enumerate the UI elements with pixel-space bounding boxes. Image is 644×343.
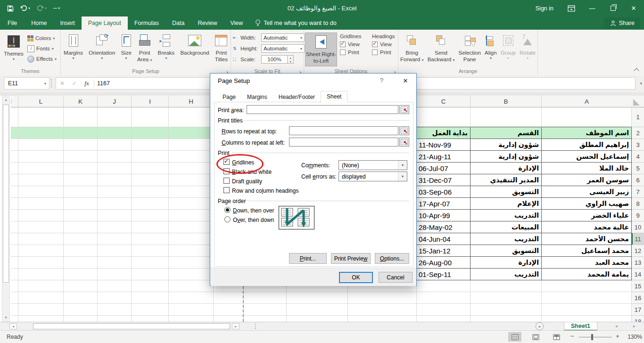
draft-quality-checkbox[interactable] — [223, 178, 230, 184]
cell-J15[interactable] — [97, 280, 131, 292]
row-header-8[interactable]: 8 — [632, 198, 644, 210]
cell-A5[interactable]: خالد الملا — [541, 163, 632, 174]
row-header-18[interactable]: 18 — [632, 316, 644, 322]
gridlines-print-checkbox[interactable]: Print — [340, 49, 359, 55]
print-area-button[interactable]: Print Area ▾ — [137, 32, 152, 63]
cols-repeat-input[interactable] — [289, 138, 398, 147]
headings-print-checkbox[interactable]: Print — [372, 49, 391, 55]
cell-M6[interactable] — [11, 174, 18, 186]
cell-D18[interactable] — [347, 316, 416, 322]
sheet-tab-sheet1[interactable]: Sheet1 — [564, 322, 597, 331]
row-header-1[interactable]: 1 — [632, 107, 644, 127]
cell-C12[interactable]: 15-Jan-12 — [416, 245, 470, 257]
tab-file[interactable]: File — [0, 16, 25, 30]
column-header-C[interactable]: C — [416, 96, 470, 107]
cell-C7[interactable]: 03-Sep-06 — [416, 186, 470, 198]
cell-K7[interactable] — [63, 186, 97, 198]
cell-B6[interactable]: المدير التنفيذي — [470, 174, 541, 186]
cell-H12[interactable] — [168, 245, 213, 257]
share-button[interactable]: Share — [604, 17, 640, 29]
select-all-corner[interactable] — [632, 96, 644, 107]
cell-E16[interactable] — [286, 292, 347, 304]
cell-K10[interactable] — [63, 221, 97, 233]
collapse-ribbon-button[interactable] — [634, 68, 639, 73]
cell-C8[interactable]: 17-Apr-07 — [416, 198, 470, 210]
cell-B15[interactable] — [470, 280, 541, 292]
tab-home[interactable]: Home — [25, 16, 53, 30]
cell-B2[interactable]: القسم — [470, 127, 541, 139]
sheet-nav-left-icon[interactable]: ◂ — [615, 324, 618, 328]
cell-K13[interactable] — [63, 257, 97, 269]
gridlines-view-checkbox[interactable]: View — [340, 41, 360, 47]
cell-J16[interactable] — [97, 292, 131, 304]
cell-I2[interactable] — [131, 127, 168, 139]
cell-L9[interactable] — [18, 210, 63, 221]
cell-L13[interactable] — [18, 257, 63, 269]
cell-K6[interactable] — [63, 174, 97, 186]
spin-down-icon[interactable]: ▾ — [288, 59, 293, 63]
cell-L2[interactable] — [18, 127, 63, 139]
column-header-A[interactable]: A — [541, 96, 632, 107]
cell-K18[interactable] — [63, 316, 97, 322]
over-then-down-radio[interactable] — [224, 216, 231, 222]
cell-B8[interactable]: الإعلام — [470, 198, 541, 210]
horizontal-scroll-thumb[interactable] — [33, 323, 230, 329]
column-header-J[interactable]: J — [97, 96, 131, 107]
rows-repeat-range-picker[interactable] — [399, 126, 409, 135]
row-header-10[interactable]: 10 — [632, 221, 644, 233]
tab-data[interactable]: Data — [165, 16, 191, 30]
cell-L7[interactable] — [18, 186, 63, 198]
cell-J18[interactable] — [97, 316, 131, 322]
cell-C1[interactable] — [416, 107, 470, 127]
cell-H6[interactable] — [168, 174, 213, 186]
cell-I15[interactable] — [131, 280, 168, 292]
cell-L18[interactable] — [18, 316, 63, 322]
cell-A10[interactable]: غالية محمد — [541, 221, 632, 233]
cell-F17[interactable] — [243, 304, 286, 316]
cell-B17[interactable] — [470, 304, 541, 316]
print-preview-button[interactable]: Print Preview — [331, 253, 371, 264]
cell-G18[interactable] — [213, 316, 243, 322]
cell-C15[interactable] — [416, 280, 470, 292]
cell-I7[interactable] — [131, 186, 168, 198]
print-area-input[interactable] — [247, 105, 398, 114]
row-header-9[interactable]: 9 — [632, 210, 644, 221]
ok-button[interactable]: OK — [339, 272, 373, 283]
zoom-level[interactable]: 130% — [625, 334, 642, 340]
cell-H3[interactable] — [168, 139, 213, 151]
cell-L3[interactable] — [18, 139, 63, 151]
cell-M14[interactable] — [11, 269, 18, 280]
theme-colors-button[interactable]: Colors ▾ — [27, 33, 57, 43]
expand-formula-bar-button[interactable]: ▾ — [640, 81, 642, 86]
cell-M4[interactable] — [11, 151, 18, 163]
cell-F16[interactable] — [243, 292, 286, 304]
cell-M18[interactable] — [11, 316, 18, 322]
cell-C6[interactable]: 31-Dec-07 — [416, 174, 470, 186]
print-button[interactable]: Print... — [289, 253, 327, 264]
cell-A2[interactable]: اسم الموظف — [541, 127, 632, 139]
cell-L8[interactable] — [18, 198, 63, 210]
cell-D17[interactable] — [347, 304, 416, 316]
tab-insert[interactable]: Insert — [54, 16, 82, 30]
cell-L16[interactable] — [18, 292, 63, 304]
zoom-in-button[interactable]: + — [616, 333, 619, 340]
row-header-12[interactable]: 12 — [632, 245, 644, 257]
cell-L15[interactable] — [18, 280, 63, 292]
scale-input[interactable]: 100% — [261, 55, 288, 64]
cell-A11[interactable]: محسن الأحمد — [541, 233, 632, 245]
cell-C14[interactable]: 01-Sep-11 — [416, 269, 470, 280]
restore-button[interactable] — [603, 0, 623, 16]
cell-B16[interactable] — [470, 292, 541, 304]
dialog-close-button[interactable]: ✕ — [398, 75, 413, 86]
scroll-up-button[interactable]: ▴ — [2, 96, 9, 104]
column-header-B[interactable]: B — [470, 96, 541, 107]
cell-B3[interactable]: شؤون إدارية — [470, 139, 541, 151]
scrollbar-splitter[interactable] — [255, 324, 256, 329]
cell-B10[interactable]: المبيعات — [470, 221, 541, 233]
vertical-scroll-thumb[interactable] — [3, 105, 9, 283]
dialog-tab-header-footer[interactable]: Header/Footer — [273, 92, 321, 102]
cell-M13[interactable] — [11, 257, 18, 269]
cell-B11[interactable]: التدريب — [470, 233, 541, 245]
name-box-splitter[interactable] — [51, 79, 52, 88]
cell-K11[interactable] — [63, 233, 97, 245]
